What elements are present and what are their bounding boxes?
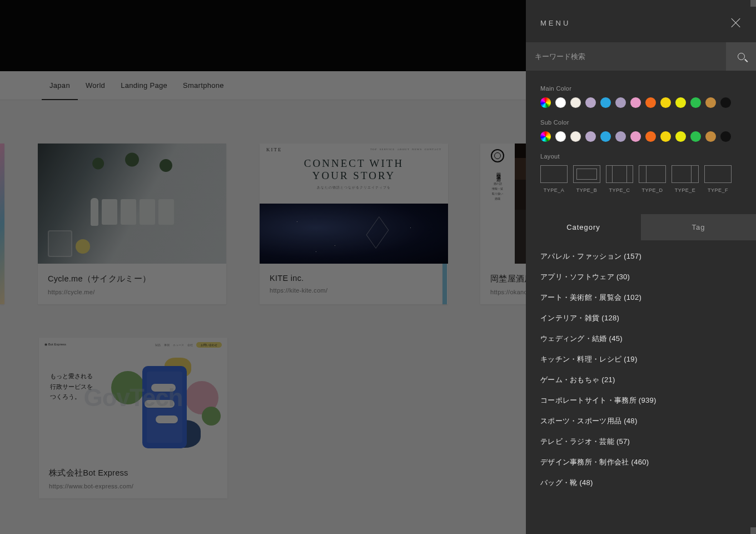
color-swatch-all[interactable] [540,97,551,108]
color-swatch[interactable] [585,131,596,142]
search-button[interactable] [726,42,756,71]
layout-label: Layout [540,153,742,160]
category-item[interactable]: アート・美術館・展覧会 (102) [540,293,742,303]
color-swatch[interactable] [690,97,701,108]
color-swatch[interactable] [570,131,581,142]
color-swatch[interactable] [660,131,671,142]
close-icon[interactable] [729,17,742,29]
color-swatch[interactable] [675,97,686,108]
category-item[interactable]: スポーツ・スポーツ用品 (48) [540,416,742,426]
color-swatch-all[interactable] [540,131,551,142]
menu-sidebar: MENU Main Color Sub Color Layout TYPE_AT… [526,0,756,534]
layout-option[interactable]: TYPE_F [704,165,732,193]
layout-option[interactable]: TYPE_D [639,165,666,193]
menu-title: MENU [540,19,570,27]
search-input[interactable] [526,42,726,71]
category-item[interactable]: コーポレートサイト・事務所 (939) [540,395,742,406]
color-swatch[interactable] [600,97,611,108]
sub-color-swatches [540,131,742,142]
color-swatch[interactable] [720,131,731,142]
color-swatch[interactable] [555,131,566,142]
layout-option[interactable]: TYPE_E [672,165,699,193]
color-swatch[interactable] [690,131,701,142]
color-swatch[interactable] [720,97,731,108]
category-list: アパレル・ファッション (157)アプリ・ソフトウェア (30)アート・美術館・… [526,240,756,499]
category-item[interactable]: アパレル・ファッション (157) [540,251,742,261]
sub-color-label: Sub Color [540,119,742,126]
layout-option[interactable]: TYPE_B [573,165,600,193]
color-swatch[interactable] [615,131,626,142]
color-swatch[interactable] [705,131,716,142]
category-item[interactable]: テレビ・ラジオ・芸能 (57) [540,437,742,447]
category-item[interactable]: インテリア・雑貨 (128) [540,313,742,323]
color-swatch[interactable] [675,131,686,142]
subtab-tag[interactable]: Tag [641,214,756,240]
main-color-swatches [540,97,742,108]
color-swatch[interactable] [630,131,641,142]
search-icon [738,53,745,60]
category-item[interactable]: ゲーム・おもちゃ (21) [540,375,742,385]
filter-subtabs: Category Tag [526,214,756,240]
color-swatch[interactable] [645,97,656,108]
category-item[interactable]: ウェディング・結婚 (45) [540,334,742,344]
layout-option[interactable]: TYPE_A [540,165,568,193]
color-swatch[interactable] [645,131,656,142]
color-swatch[interactable] [630,97,641,108]
layout-option[interactable]: TYPE_C [606,165,633,193]
color-swatch[interactable] [705,97,716,108]
category-item[interactable]: デザイン事務所・制作会社 (460) [540,457,742,467]
category-item[interactable]: バッグ・靴 (48) [540,478,742,488]
search-row [526,42,756,71]
main-color-label: Main Color [540,85,742,92]
color-swatch[interactable] [660,97,671,108]
color-swatch[interactable] [570,97,581,108]
scroll-down-icon[interactable] [750,527,756,534]
scroll-up-icon[interactable] [750,0,756,7]
color-swatch[interactable] [600,131,611,142]
menu-header: MENU [526,0,756,42]
color-swatch[interactable] [555,97,566,108]
color-swatch[interactable] [615,97,626,108]
layout-options: TYPE_ATYPE_BTYPE_CTYPE_DTYPE_ETYPE_F [540,165,742,193]
category-item[interactable]: アプリ・ソフトウェア (30) [540,272,742,282]
subtab-category[interactable]: Category [526,214,641,240]
category-item[interactable]: キッチン・料理・レシピ (19) [540,354,742,364]
color-swatch[interactable] [585,97,596,108]
